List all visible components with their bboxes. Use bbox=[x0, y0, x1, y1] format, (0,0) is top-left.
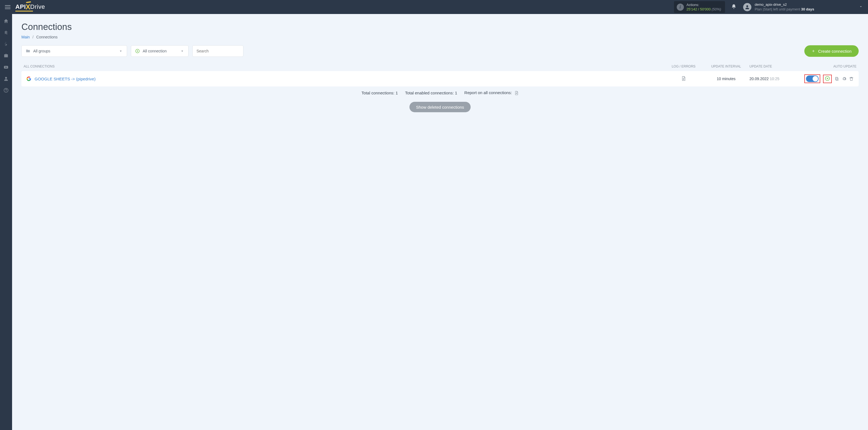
plan-text: Plan |Start| left until payment bbox=[755, 7, 801, 11]
groups-label: All groups bbox=[33, 49, 50, 53]
home-icon[interactable] bbox=[3, 19, 9, 24]
actions-label: Actions: bbox=[687, 3, 721, 7]
svg-point-0 bbox=[746, 5, 748, 7]
highlight-play bbox=[823, 74, 832, 83]
sidebar bbox=[0, 14, 12, 120]
logo[interactable]: APIXDrive bbox=[16, 3, 45, 11]
summary-row: Total connections: 1 Total enabled conne… bbox=[22, 90, 859, 95]
search-input[interactable] bbox=[196, 49, 239, 53]
trash-icon[interactable] bbox=[849, 76, 854, 81]
user-icon[interactable] bbox=[3, 76, 9, 82]
actions-badge[interactable]: i Actions: 25'142 / 50'000 (50%) bbox=[674, 1, 725, 13]
col-name: ALL CONNECTIONS bbox=[24, 64, 664, 68]
breadcrumb: Main / Connections bbox=[22, 35, 859, 39]
time-value: 10:25 bbox=[770, 76, 779, 81]
user-name: demo_apix-drive_s2 bbox=[755, 2, 814, 7]
run-now-button[interactable] bbox=[825, 76, 830, 82]
report-label: Report on all connections: bbox=[464, 90, 512, 95]
log-icon[interactable] bbox=[681, 76, 686, 81]
info-icon: i bbox=[677, 4, 684, 11]
actions-used: 25'142 bbox=[687, 7, 697, 11]
auto-update-toggle[interactable] bbox=[806, 75, 818, 82]
briefcase-icon[interactable] bbox=[3, 53, 9, 58]
user-menu[interactable]: demo_apix-drive_s2 Plan |Start| left unt… bbox=[743, 2, 863, 11]
connection-name-link[interactable]: GOOGLE SHEETS -> (pipedrive) bbox=[35, 76, 95, 81]
enabled-connections: Total enabled connections: 1 bbox=[405, 91, 457, 95]
chevron-down-icon bbox=[859, 4, 863, 10]
status-label: All connection bbox=[143, 49, 166, 53]
create-connection-button[interactable]: Create connection bbox=[804, 45, 859, 57]
topbar: APIXDrive i Actions: 25'142 / 50'000 (50… bbox=[0, 0, 868, 14]
svg-point-2 bbox=[5, 77, 7, 79]
chevron-down-icon bbox=[119, 49, 123, 53]
page-content: Connections Main / Connections All group… bbox=[12, 14, 868, 120]
date-value: 20.09.2022 bbox=[749, 76, 769, 81]
dollar-icon[interactable] bbox=[3, 41, 9, 47]
google-icon bbox=[26, 76, 31, 81]
sitemap-icon[interactable] bbox=[3, 30, 9, 35]
svg-point-4 bbox=[6, 91, 6, 92]
plan-days: 30 days bbox=[801, 7, 814, 11]
youtube-icon[interactable] bbox=[3, 64, 9, 70]
breadcrumb-main[interactable]: Main bbox=[22, 35, 30, 39]
status-select[interactable]: All connection bbox=[131, 45, 189, 57]
highlight-toggle bbox=[804, 74, 820, 83]
report-icon[interactable] bbox=[514, 91, 519, 95]
svg-rect-7 bbox=[836, 78, 838, 81]
actions-pct: (50%) bbox=[712, 7, 721, 11]
table-row: GOOGLE SHEETS -> (pipedrive) 10 minutes … bbox=[22, 71, 859, 87]
groups-select[interactable]: All groups bbox=[22, 45, 127, 57]
table-header: ALL CONNECTIONS LOG / ERRORS UPDATE INTE… bbox=[22, 62, 859, 71]
total-connections: Total connections: 1 bbox=[362, 91, 398, 95]
col-interval: UPDATE INTERVAL bbox=[703, 64, 749, 68]
help-icon[interactable] bbox=[3, 88, 9, 93]
actions-limit: / 50'000 bbox=[698, 7, 711, 11]
show-deleted-button[interactable]: Show deleted connections bbox=[409, 102, 471, 112]
svg-rect-8 bbox=[835, 77, 838, 80]
col-date: UPDATE DATE bbox=[749, 64, 804, 68]
copy-icon[interactable] bbox=[835, 76, 839, 81]
col-log: LOG / ERRORS bbox=[664, 64, 703, 68]
folder-icon bbox=[26, 49, 30, 54]
search-box[interactable] bbox=[192, 45, 243, 57]
page-title: Connections bbox=[22, 22, 859, 32]
play-circle-icon bbox=[135, 49, 140, 54]
chevron-down-icon bbox=[180, 49, 184, 53]
gear-icon[interactable] bbox=[842, 76, 846, 81]
breadcrumb-current: Connections bbox=[36, 35, 58, 39]
plus-icon bbox=[811, 49, 815, 53]
filters-row: All groups All connection Create connect… bbox=[22, 45, 859, 57]
col-auto: AUTO UPDATE bbox=[804, 64, 857, 68]
menu-toggle-icon[interactable] bbox=[5, 5, 10, 9]
avatar-icon bbox=[743, 3, 751, 11]
create-btn-label: Create connection bbox=[818, 49, 851, 54]
interval-value: 10 minutes bbox=[703, 76, 749, 81]
notifications-icon[interactable] bbox=[731, 4, 737, 10]
